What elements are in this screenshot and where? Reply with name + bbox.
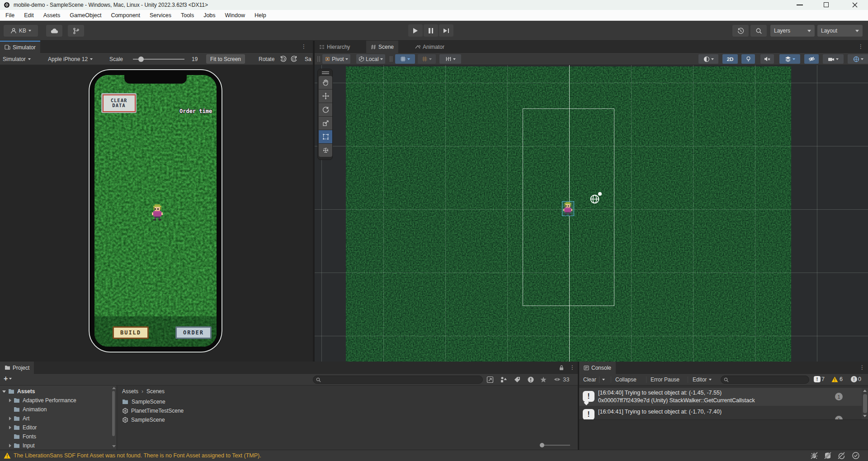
gizmos-dropdown[interactable]	[848, 54, 868, 64]
auto-refresh-disabled-icon[interactable]	[837, 452, 845, 460]
menu-component[interactable]: Component	[111, 12, 140, 19]
tree-scrollbar[interactable]	[112, 386, 116, 450]
console-error-pause-toggle[interactable]: Error Pause	[648, 376, 682, 384]
minimize-button[interactable]	[797, 5, 803, 5]
expand-arrow-icon[interactable]	[9, 426, 11, 429]
undo-history-button[interactable]	[732, 25, 749, 37]
breadcrumb-current[interactable]: Scenes	[146, 388, 165, 395]
account-button[interactable]: KB	[4, 25, 38, 37]
build-button[interactable]: BUILD	[113, 326, 149, 339]
move-tool-button[interactable]	[319, 89, 332, 103]
menu-edit[interactable]: Edit	[24, 12, 34, 19]
file-item-planettimetestscene[interactable]: PlanetTimeTestScene	[122, 406, 184, 415]
console-clear-button[interactable]: Clear	[581, 376, 607, 384]
simulator-mode-dropdown[interactable]: Simulator	[3, 55, 31, 64]
tree-item-input[interactable]: Input	[0, 441, 117, 450]
hand-tool-button[interactable]	[319, 76, 332, 89]
tree-scrollbar-thumb[interactable]	[112, 391, 115, 436]
console-editor-dropdown[interactable]: Editor	[690, 376, 714, 384]
expand-arrow-icon[interactable]	[9, 417, 11, 420]
console-scrollbar-thumb[interactable]	[863, 394, 867, 413]
step-button[interactable]	[439, 24, 453, 37]
scene-visibility-toggle[interactable]	[804, 54, 819, 64]
menu-gameobject[interactable]: GameObject	[70, 12, 101, 19]
console-panel-menu-icon[interactable]: ⋮	[859, 364, 865, 371]
icon-size-slider-handle[interactable]	[540, 443, 544, 447]
cloud-button[interactable]	[46, 25, 62, 37]
device-screen[interactable]: CLEAR DATA Order time	[94, 75, 217, 347]
menu-services[interactable]: Services	[150, 12, 171, 19]
local-dropdown[interactable]: Local	[356, 54, 385, 64]
lighting-toggle[interactable]	[741, 54, 755, 64]
tree-item-animation[interactable]: Animation	[0, 405, 117, 414]
create-asset-button[interactable]: +	[4, 375, 12, 382]
favorites-star-icon[interactable]	[540, 376, 547, 383]
scene-viewport[interactable]	[315, 65, 868, 362]
increment-snap-dropdown[interactable]	[439, 54, 461, 64]
expand-arrow-icon[interactable]	[9, 444, 11, 447]
menu-tools[interactable]: Tools	[181, 12, 194, 19]
scale-slider[interactable]	[133, 59, 184, 60]
hidden-packages-icon[interactable]	[527, 376, 534, 383]
clear-data-button[interactable]: CLEAR DATA	[101, 93, 137, 113]
rect-tool-button[interactable]	[319, 130, 332, 143]
progress-check-icon[interactable]	[852, 452, 860, 460]
scale-slider-handle[interactable]	[138, 56, 144, 62]
menu-file[interactable]: File	[5, 12, 14, 19]
transform-tool-button[interactable]	[319, 144, 332, 157]
2d-mode-toggle[interactable]: 2D	[722, 54, 738, 64]
expand-arrow-icon[interactable]	[9, 399, 11, 402]
device-dropdown[interactable]: Apple iPhone 12	[48, 55, 93, 64]
console-error-count[interactable]: ! 0	[851, 376, 861, 382]
icon-size-slider[interactable]	[540, 445, 570, 446]
grid-snap-toggle[interactable]	[395, 54, 415, 64]
status-warning-text[interactable]: The LiberationSans SDF Font Asset was no…	[14, 452, 261, 459]
menu-window[interactable]: Window	[225, 12, 245, 19]
tool-palette-handle[interactable]	[322, 71, 329, 72]
tab-hierarchy[interactable]: Hierarchy	[315, 41, 354, 53]
console-log-entry[interactable]: ! [16:04:41] Trying to select object at:…	[579, 406, 862, 419]
pivot-dropdown[interactable]: Pivot	[322, 54, 350, 64]
breadcrumb-root[interactable]: Assets	[122, 388, 138, 395]
filter-by-type-icon[interactable]	[500, 376, 507, 383]
project-panel-menu-icon[interactable]: ⋮	[570, 364, 575, 371]
menu-jobs[interactable]: Jobs	[203, 12, 215, 19]
menu-assets[interactable]: Assets	[43, 12, 61, 19]
rotate-right-icon[interactable]	[290, 55, 298, 63]
console-warning-count[interactable]: 6	[831, 376, 843, 382]
tab-simulator[interactable]: Simulator	[0, 41, 40, 53]
fit-to-screen-button[interactable]: Fit to Screen	[206, 54, 245, 64]
menu-help[interactable]: Help	[255, 12, 266, 19]
version-control-button[interactable]	[68, 25, 84, 37]
audio-mute-toggle[interactable]	[760, 54, 774, 64]
layers-dropdown[interactable]: Layers	[770, 25, 815, 37]
console-search-field[interactable]	[721, 376, 809, 384]
camera-settings-dropdown[interactable]	[823, 54, 844, 64]
visibility-count[interactable]: 33	[553, 376, 569, 383]
grid-visibility-toggle[interactable]	[418, 54, 436, 64]
tree-item-editor[interactable]: Editor	[0, 423, 117, 432]
tab-scene[interactable]: Scene	[366, 41, 398, 53]
effects-dropdown[interactable]	[779, 54, 800, 64]
console-log-entry[interactable]: ! [16:04:40] Trying to select object at:…	[579, 388, 862, 406]
expand-arrow-icon[interactable]	[2, 390, 6, 393]
rotate-left-icon[interactable]	[279, 55, 287, 63]
cache-disabled-icon[interactable]	[824, 452, 832, 460]
globe-gizmo-icon[interactable]	[590, 194, 600, 204]
order-button[interactable]: ORDER	[175, 326, 212, 339]
layout-dropdown[interactable]: Layout	[817, 25, 863, 37]
tree-item-assets[interactable]: Assets	[0, 387, 117, 396]
console-collapse-toggle[interactable]: Collapse	[613, 376, 639, 384]
safe-area-truncated-label[interactable]: Sa	[305, 56, 311, 62]
pause-button[interactable]	[424, 24, 438, 37]
tree-item-adaptive-performance[interactable]: Adaptive Performance	[0, 396, 117, 405]
debugger-disabled-icon[interactable]	[810, 452, 818, 460]
tree-item-art[interactable]: Art	[0, 414, 117, 423]
scale-tool-button[interactable]	[319, 117, 332, 130]
lock-icon[interactable]	[559, 365, 564, 371]
rotate-tool-button[interactable]	[319, 103, 332, 116]
project-search-field[interactable]	[313, 376, 483, 384]
console-info-count[interactable]: ! 7	[814, 376, 825, 382]
console-scrollbar[interactable]	[862, 388, 868, 419]
scene-player-sprite[interactable]	[563, 202, 572, 216]
